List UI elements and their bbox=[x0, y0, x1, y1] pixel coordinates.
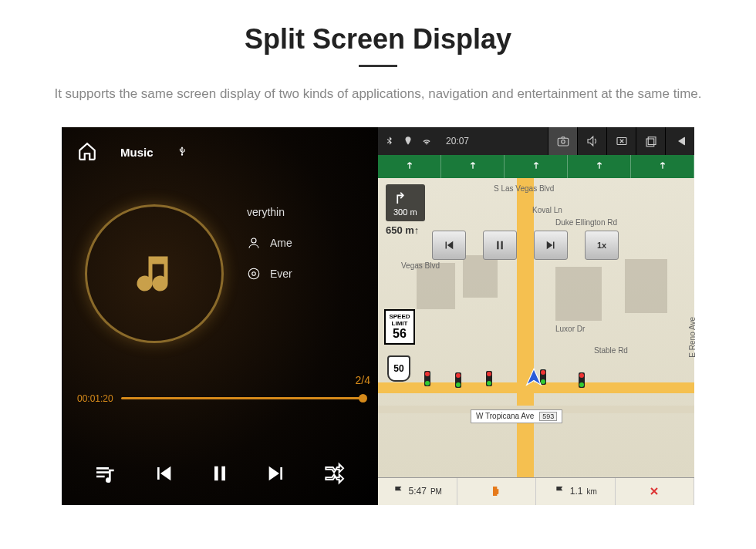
bluetooth-icon bbox=[384, 136, 395, 147]
traffic-light-icon bbox=[579, 372, 585, 388]
street-label: Vegas Blvd bbox=[401, 261, 440, 270]
svg-point-1 bbox=[248, 268, 259, 279]
turn-distance: 300 m bbox=[393, 207, 417, 217]
track-counter: 2/4 bbox=[356, 374, 370, 386]
back-button[interactable] bbox=[665, 127, 694, 155]
title-underline bbox=[359, 65, 397, 67]
map-canvas[interactable]: S Las Vegas Blvd Koval Ln Duke Ellington… bbox=[378, 178, 694, 477]
floating-media-controls: 1x bbox=[432, 231, 619, 260]
usb-icon[interactable] bbox=[177, 143, 187, 161]
dismiss-button[interactable] bbox=[606, 127, 636, 155]
next-track-icon[interactable] bbox=[264, 461, 289, 489]
playback-speed-button[interactable]: 1x bbox=[585, 231, 619, 260]
lane-arrow bbox=[378, 155, 441, 178]
route-shield: 50 bbox=[387, 355, 410, 382]
distance-cell[interactable]: 1.1km bbox=[536, 478, 616, 505]
recents-button[interactable] bbox=[636, 127, 665, 155]
progress-row: 00:01:20 bbox=[77, 393, 363, 404]
volume-button[interactable] bbox=[577, 127, 606, 155]
page-subtitle: It supports the same screen display of t… bbox=[0, 84, 756, 104]
music-note-icon bbox=[131, 251, 177, 297]
lane-arrow bbox=[505, 155, 568, 178]
street-label: Luxor Dr bbox=[555, 325, 585, 333]
album-art bbox=[85, 204, 224, 343]
progress-bar[interactable] bbox=[121, 397, 363, 399]
song-title-partial: verythin bbox=[247, 196, 285, 228]
status-bar: 20:07 bbox=[378, 127, 694, 155]
media-prev-button[interactable] bbox=[432, 231, 466, 260]
screenshot-button[interactable] bbox=[548, 127, 577, 155]
album-partial: Ever bbox=[270, 258, 292, 290]
close-icon bbox=[648, 485, 660, 497]
turn-left-icon: ↰ bbox=[393, 189, 407, 207]
vehicle-cursor bbox=[523, 367, 545, 389]
road-vertical bbox=[517, 178, 534, 477]
svg-rect-6 bbox=[648, 136, 656, 144]
traffic-light-icon bbox=[455, 372, 461, 388]
building bbox=[625, 259, 667, 313]
building bbox=[555, 267, 602, 321]
street-label: Koval Ln bbox=[532, 206, 562, 214]
traffic-light-icon bbox=[424, 371, 430, 386]
fuel-cell[interactable] bbox=[457, 478, 537, 505]
music-app-label: Music bbox=[120, 146, 154, 159]
progress-thumb[interactable] bbox=[359, 394, 367, 402]
svg-point-4 bbox=[561, 140, 565, 143]
street-label: E Reno Ave bbox=[688, 317, 697, 358]
prev-track-icon[interactable] bbox=[151, 461, 176, 489]
artist-icon bbox=[247, 236, 261, 250]
svg-point-2 bbox=[252, 271, 256, 275]
lane-arrow bbox=[441, 155, 505, 178]
album-icon bbox=[247, 267, 261, 281]
lane-arrow bbox=[631, 155, 694, 178]
followup-distance: 650 m↑ bbox=[386, 224, 419, 236]
nav-bottom-bar: 5:47PM 1.1km bbox=[378, 477, 694, 505]
wifi-icon bbox=[421, 136, 432, 147]
svg-point-0 bbox=[251, 238, 256, 243]
playlist-icon[interactable] bbox=[93, 461, 118, 489]
svg-rect-7 bbox=[646, 139, 654, 147]
lane-guidance bbox=[378, 155, 694, 178]
speed-limit-sign: SPEED LIMIT 56 bbox=[384, 309, 415, 345]
media-next-button[interactable] bbox=[534, 231, 568, 260]
eta-cell[interactable]: 5:47PM bbox=[378, 478, 457, 505]
location-icon bbox=[403, 136, 413, 147]
close-nav-button[interactable] bbox=[616, 478, 695, 505]
media-pause-button[interactable] bbox=[483, 231, 517, 260]
page-title: Split Screen Display bbox=[0, 23, 756, 56]
elapsed-time: 00:01:20 bbox=[77, 393, 113, 404]
street-label: S Las Vegas Blvd bbox=[494, 184, 554, 193]
shuffle-icon[interactable] bbox=[322, 461, 346, 489]
pause-icon[interactable] bbox=[209, 460, 231, 490]
navigation-panel: 20:07 S Las Vegas Bl bbox=[378, 127, 694, 505]
music-panel: Music verythin Ame Ever bbox=[62, 127, 378, 505]
flag-icon bbox=[554, 485, 566, 497]
street-label: Stable Rd bbox=[594, 346, 628, 355]
svg-rect-3 bbox=[558, 138, 569, 146]
building bbox=[463, 255, 498, 298]
traffic-light-icon bbox=[486, 371, 492, 386]
fuel-icon bbox=[490, 485, 502, 497]
flag-icon bbox=[393, 485, 405, 497]
track-metadata: verythin Ame Ever bbox=[247, 227, 292, 289]
tropicana-label: W Tropicana Ave 593 bbox=[471, 409, 562, 423]
turn-instruction: ↰ 300 m bbox=[386, 184, 425, 221]
lane-arrow bbox=[568, 155, 631, 178]
device-screen: Music verythin Ame Ever bbox=[62, 127, 694, 505]
building bbox=[417, 263, 455, 309]
street-label: Duke Ellington Rd bbox=[555, 218, 617, 227]
artist-partial: Ame bbox=[270, 227, 292, 259]
home-icon[interactable] bbox=[77, 141, 97, 163]
status-time: 20:07 bbox=[440, 136, 475, 147]
